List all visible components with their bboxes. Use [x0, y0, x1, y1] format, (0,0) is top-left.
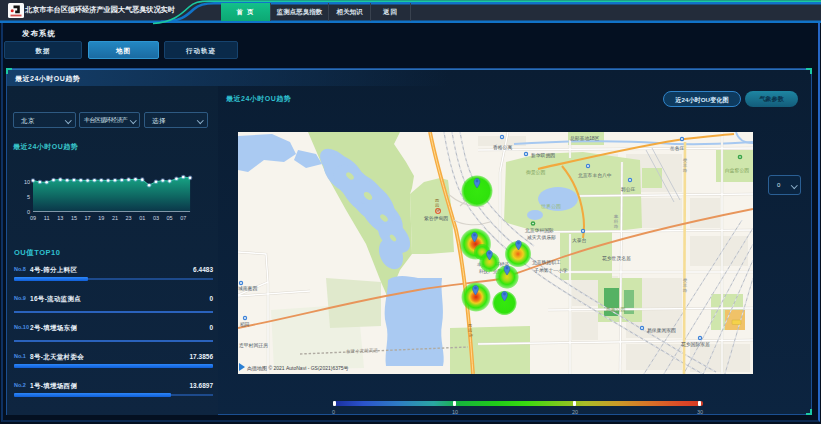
- svg-text:北京市丰台八中: 北京市丰台八中: [578, 172, 612, 179]
- svg-text:路: 路: [683, 168, 688, 173]
- svg-text:高鑫公园: 高鑫公园: [606, 306, 625, 312]
- svg-text:07: 07: [180, 215, 186, 221]
- svg-text:北京华科国际: 北京华科国际: [525, 227, 554, 234]
- svg-text:13: 13: [57, 215, 63, 221]
- svg-text:环: 环: [468, 333, 473, 338]
- svg-text:御景公园: 御景公园: [526, 170, 545, 175]
- svg-text:岳各庄: 岳各庄: [669, 145, 685, 152]
- svg-text:05: 05: [167, 215, 173, 221]
- svg-text:17: 17: [85, 215, 91, 221]
- svg-text:易保康闲家园: 易保康闲家园: [647, 327, 676, 334]
- svg-text:23: 23: [126, 215, 132, 221]
- svg-text:环: 环: [435, 208, 440, 213]
- svg-text:路: 路: [683, 288, 688, 293]
- svg-text:01: 01: [139, 215, 145, 221]
- svg-text:15: 15: [71, 215, 77, 221]
- svg-text:花乡国际家居: 花乡国际家居: [681, 341, 710, 348]
- svg-text:北京铁路职工: 北京铁路职工: [532, 259, 561, 266]
- svg-text:新华双拥园: 新华双拥园: [531, 152, 555, 159]
- svg-text:白盆窑公园: 白盆窑公园: [725, 167, 749, 173]
- svg-text:21: 21: [112, 215, 118, 221]
- svg-text:减灾天俱乐部: 减灾天俱乐部: [527, 234, 556, 241]
- svg-text:子弟第十一小学: 子弟第十一小学: [534, 267, 568, 274]
- svg-text:03: 03: [153, 215, 159, 221]
- svg-text:香格公寓: 香格公寓: [493, 144, 512, 151]
- svg-text:世界公园: 世界公园: [540, 203, 561, 210]
- svg-text:19: 19: [98, 215, 104, 221]
- svg-text:11: 11: [44, 215, 50, 221]
- svg-text:造甲村回迁房: 造甲村回迁房: [239, 342, 268, 349]
- svg-text:5: 5: [27, 194, 30, 200]
- svg-text:总部基地18区: 总部基地18区: [570, 135, 600, 142]
- svg-text:高德地图 © 2021 AutoNavi - GS(2021: 高德地图 © 2021 AutoNavi - GS(2021)6375号: [247, 365, 349, 372]
- svg-text:路: 路: [614, 224, 619, 229]
- svg-text:09: 09: [30, 215, 36, 221]
- svg-text:郭公庄: 郭公庄: [621, 186, 636, 193]
- svg-text:0: 0: [27, 209, 30, 215]
- svg-text:10: 10: [24, 179, 30, 185]
- svg-text:花乡世茂名居: 花乡世茂名居: [602, 255, 631, 262]
